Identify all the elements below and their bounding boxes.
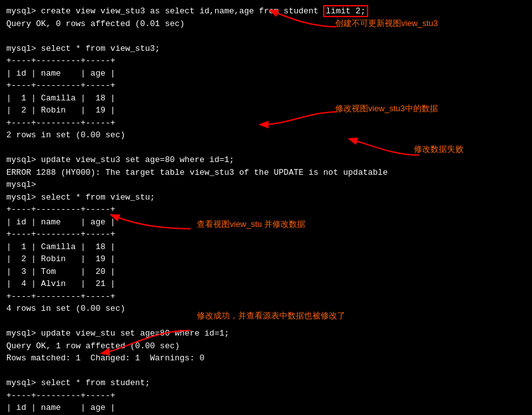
line-22: +----+---------+-----+ bbox=[6, 290, 526, 303]
line-2: Query OK, 0 rows affected (0.01 sec) bbox=[6, 18, 526, 31]
line-11: mysql> update view_stu3 set age=80 where… bbox=[6, 154, 526, 167]
line-13: mysql> bbox=[6, 179, 526, 191]
line-29: | id | name | age | bbox=[6, 402, 526, 414]
line-8: | 2 | Robin | 19 | bbox=[6, 104, 526, 117]
line-15: +----+---------+-----+ bbox=[6, 203, 526, 216]
line-25: Query OK, 1 row affected (0.00 sec) bbox=[6, 340, 526, 353]
line-blank-4 bbox=[6, 365, 526, 378]
line-18: | 1 | Camilla | 18 | bbox=[6, 241, 526, 254]
line-10: 2 rows in set (0.00 sec) bbox=[6, 129, 526, 142]
annotation-3: 修改数据失败 bbox=[414, 144, 463, 155]
line-9: +----+---------+-----+ bbox=[6, 117, 526, 130]
line-1: mysql> create view view_stu3 as select i… bbox=[6, 5, 526, 18]
line-27: mysql> select * from student; bbox=[6, 377, 526, 390]
line-5: | id | name | age | bbox=[6, 67, 526, 80]
line-26: Rows matched: 1 Changed: 1 Warnings: 0 bbox=[6, 352, 526, 365]
line-14: mysql> select * from view_stu; bbox=[6, 191, 526, 204]
annotation-4: 查看视图view_stu 并修改数据 bbox=[197, 219, 305, 230]
line-7: | 1 | Camilla | 18 | bbox=[6, 92, 526, 105]
line-21: | 4 | Alvin | 21 | bbox=[6, 278, 526, 290]
line-24: mysql> update view_stu set age=80 where … bbox=[6, 327, 526, 340]
line-28: +----+---------+-----+ bbox=[6, 390, 526, 402]
prompt-text: mysql> create view view_stu3 as select i… bbox=[6, 6, 323, 16]
highlight-limit: limit 2; bbox=[323, 5, 368, 17]
annotation-5: 修改成功，并查看源表中数据也被修改了 bbox=[197, 310, 345, 322]
annotation-1: 创建不可更新视图view_stu3 bbox=[335, 18, 438, 29]
line-4: +----+---------+-----+ bbox=[6, 55, 526, 67]
line-12: ERROR 1288 (HY000): The target table vie… bbox=[6, 167, 526, 179]
line-19: | 2 | Robin | 19 | bbox=[6, 253, 526, 266]
annotation-2: 修改视图view_stu3中的数据 bbox=[335, 103, 438, 114]
line-20: | 3 | Tom | 20 | bbox=[6, 266, 526, 278]
line-blank-1 bbox=[6, 30, 526, 43]
line-3: mysql> select * from view_stu3; bbox=[6, 43, 526, 55]
terminal: mysql> create view view_stu3 as select i… bbox=[0, 0, 532, 415]
line-6: +----+---------+-----+ bbox=[6, 79, 526, 92]
